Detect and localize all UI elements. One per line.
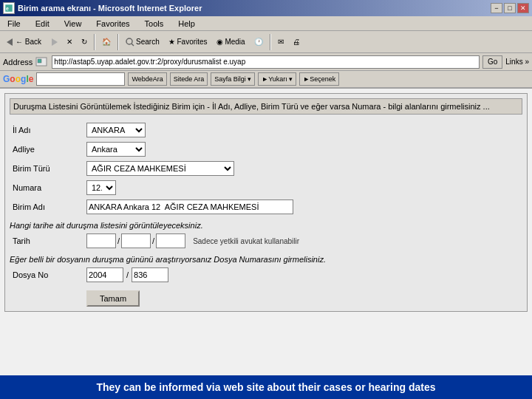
google-site-search-button[interactable]: Sitede Ara [170, 72, 208, 86]
print-button[interactable]: 🖨 [289, 33, 304, 51]
home-button[interactable]: 🏠 [98, 33, 115, 51]
mail-button[interactable]: ✉ [274, 33, 287, 51]
birim-turu-row: Birim Türü AĞIR CEZA MAHKEMESİ [10, 159, 522, 178]
birim-turu-label: Birim Türü [10, 159, 83, 178]
refresh-button[interactable]: ↻ [78, 33, 91, 51]
bottom-banner: They can be informed via web site about … [0, 375, 532, 399]
adliye-select[interactable]: Ankara [86, 142, 146, 157]
tarih-day-input[interactable] [86, 233, 116, 248]
menu-help[interactable]: Help [174, 18, 200, 30]
search-button[interactable]: Search [122, 33, 163, 51]
google-options-button[interactable]: ►Seçenek [299, 72, 339, 86]
birim-adi-input[interactable] [86, 200, 293, 214]
section2-text: Eğer belli bir dosyanın duruşma gününü a… [10, 255, 522, 264]
menu-edit[interactable]: Edit [31, 18, 54, 30]
media-button[interactable]: ◉ Media [213, 33, 249, 51]
tarih-table: Tarih / / Sadece yetkili avukat kullanab… [10, 231, 522, 250]
dosya-row: Dosya No / [10, 265, 522, 284]
date-hint: Sadece yetkili avukat kullanabilir [193, 237, 299, 245]
google-web-search-button[interactable]: WebdeAra [128, 72, 166, 86]
title-bar: e Birim arama ekranı - Microsoft Interne… [0, 0, 532, 16]
google-logo: Google [3, 74, 33, 84]
adliye-label: Adliye [10, 140, 83, 159]
svg-point-4 [126, 38, 132, 44]
close-button[interactable]: ✕ [517, 3, 529, 13]
address-bar: Address Go Links » [0, 53, 532, 71]
birim-turu-select[interactable]: AĞIR CEZA MAHKEMESİ [86, 161, 234, 176]
go-button[interactable]: Go [482, 55, 502, 69]
dosya-no-row: / [86, 267, 519, 282]
separator1 [94, 34, 95, 50]
address-label: Address [3, 58, 33, 66]
menu-favorites[interactable]: Favorites [92, 18, 134, 30]
google-search-input[interactable] [36, 72, 125, 86]
app-icon: e [3, 2, 15, 14]
back-button[interactable]: ← Back [3, 33, 45, 51]
section1-text: Hangi tarihe ait duruşma listesini görün… [10, 221, 522, 230]
dosya-year-input[interactable] [86, 267, 123, 282]
maximize-button[interactable]: □ [504, 3, 516, 13]
history-button[interactable]: 🕐 [250, 33, 267, 51]
menu-bar: File Edit View Favorites Tools Help [0, 16, 532, 31]
stop-button[interactable]: ✕ [63, 33, 76, 51]
tarih-row: Tarih / / Sadece yetkili avukat kullanab… [10, 231, 522, 250]
dosya-label: Dosya No [10, 265, 83, 284]
menu-view[interactable]: View [60, 18, 86, 30]
date-row: / / Sadece yetkili avukat kullanabilir [86, 233, 519, 248]
form-table: İl Adı ANKARA Adliye Ankara Birim Türü [10, 120, 522, 216]
minimize-button[interactable]: − [491, 3, 502, 13]
window-title: Birim arama ekranı - Microsoft Internet … [18, 4, 202, 13]
svg-line-5 [132, 44, 134, 46]
numara-row: Numara 12. [10, 178, 522, 197]
window-controls: − □ ✕ [491, 3, 529, 13]
favorites-button[interactable]: ★ Favorites [165, 33, 211, 51]
instruction-text: Duruşma Listesini Görüntülemek İstediğin… [10, 98, 522, 115]
il-adi-row: İl Adı ANKARA [10, 120, 522, 140]
submit-button[interactable]: Tamam [86, 290, 140, 307]
adliye-row: Adliye Ankara [10, 140, 522, 159]
il-adi-select[interactable]: ANKARA [86, 123, 146, 137]
dosya-table: Dosya No / [10, 265, 522, 284]
numara-label: Numara [10, 178, 83, 197]
svg-text:e: e [6, 6, 9, 11]
tarih-label: Tarih [10, 231, 83, 250]
submit-row: Tamam [10, 290, 522, 307]
svg-rect-7 [38, 59, 41, 63]
form-container: Duruşma Listesini Görüntülemek İstediğin… [4, 93, 528, 312]
il-adi-label: İl Adı [10, 120, 83, 140]
svg-marker-3 [52, 38, 58, 46]
separator2 [117, 34, 119, 50]
menu-file[interactable]: File [3, 18, 25, 30]
birim-adi-row: Birim Adı [10, 197, 522, 216]
birim-adi-label: Birim Adı [10, 197, 83, 216]
google-page-info-button[interactable]: Sayfa Bilgi ▾ [211, 72, 255, 86]
toolbar: ← Back ✕ ↻ 🏠 Search ★ Favorites ◉ Media … [0, 31, 532, 53]
forward-button[interactable] [47, 33, 61, 51]
numara-select[interactable]: 12. [86, 180, 116, 195]
tarih-month-input[interactable] [121, 233, 151, 248]
address-icon [35, 56, 47, 68]
menu-tools[interactable]: Tools [140, 18, 168, 30]
main-content: Duruşma Listesini Görüntülemek İstediğin… [0, 89, 532, 375]
links-label: Links » [505, 58, 529, 66]
separator3 [270, 34, 271, 50]
address-input[interactable] [52, 55, 480, 69]
google-up-button[interactable]: ►Yukarı ▾ [258, 72, 296, 86]
dosya-no-input[interactable] [132, 267, 168, 282]
google-bar: Google WebdeAra Sitede Ara Sayfa Bilgi ▾… [0, 71, 532, 89]
tarih-year-input[interactable] [156, 233, 185, 248]
banner-text: They can be informed via web site about … [96, 381, 435, 393]
svg-marker-2 [7, 38, 13, 46]
